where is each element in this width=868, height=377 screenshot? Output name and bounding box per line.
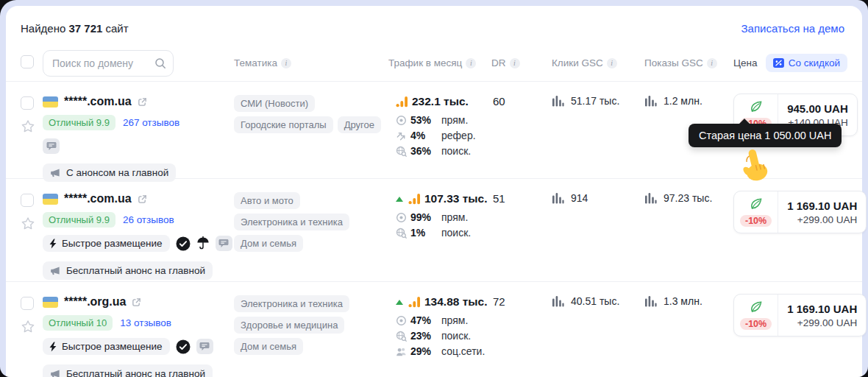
external-link-icon[interactable] — [132, 297, 141, 307]
topics-list: СМИ (Новости)Городские порталыДругое — [234, 82, 385, 133]
dr-value: 60 — [491, 82, 552, 108]
topic-pill: Городские порталы — [234, 116, 333, 133]
discount-badge: -10% — [740, 215, 772, 227]
source-label: прям. — [441, 211, 491, 223]
check-badge-icon — [176, 236, 191, 251]
megaphone-icon — [50, 168, 61, 178]
traffic-source-row: 1%поиск. — [396, 227, 491, 239]
results-card: Найдено 37 721 сайт Записаться на демо Т… — [6, 6, 862, 377]
source-percent: 23% — [410, 330, 441, 342]
source-label: поиск. — [441, 330, 491, 342]
fast-placement-badge: Быстрое размещение — [43, 235, 170, 252]
referral-source-icon — [396, 130, 410, 141]
price-card[interactable]: -10% 1 169.10 UAH +299.00 UAH — [733, 294, 867, 337]
feature-tag: Бесплатный анонс на главной — [43, 261, 213, 280]
page-background: Найдено 37 721 сайт Записаться на демо Т… — [0, 0, 868, 377]
source-percent: 99% — [410, 211, 441, 223]
source-percent: 36% — [410, 145, 441, 157]
domain-link[interactable]: *****.org.ua — [64, 295, 126, 309]
info-icon[interactable]: i — [466, 58, 476, 68]
trend-up-icon — [396, 300, 403, 305]
traffic-cell: 107.33 тыс. 99%прям.1%поиск. — [388, 179, 491, 239]
check-badge-icon — [176, 339, 191, 354]
discount-ticket-icon — [773, 58, 784, 68]
table-row: *****.org.ua Отличный 10 13 отзывов Быст… — [6, 282, 862, 377]
source-label: прям. — [441, 114, 491, 126]
gsc-impressions-cell: 97.23 тыс. — [644, 179, 733, 204]
traffic-source-row: 99%прям. — [396, 211, 491, 223]
select-all-checkbox[interactable] — [21, 55, 34, 68]
chat-badge-icon — [216, 236, 232, 251]
badge-line: Быстрое размещение — [43, 235, 234, 252]
rating-line: Отличный 10 13 отзывов — [43, 315, 234, 331]
domain-link[interactable]: *****.com.ua — [64, 95, 132, 108]
traffic-bars-icon — [396, 96, 408, 108]
topic-pill: Дом и семья — [234, 338, 303, 355]
favorite-star-icon[interactable] — [21, 216, 35, 231]
results-count: Найдено 37 721 сайт — [21, 22, 129, 35]
leaf-icon — [749, 197, 763, 211]
lightning-icon — [49, 342, 57, 352]
table-header: Тематикаi Трафик в месяцi DRi Клики GSCi… — [6, 45, 862, 82]
ukraine-flag-icon — [43, 194, 58, 205]
favorite-star-icon[interactable] — [21, 320, 35, 334]
gsc-clicks-value: 51.17 тыс. — [571, 95, 619, 107]
trend-up-icon — [396, 197, 403, 202]
source-percent: 1% — [410, 227, 441, 239]
fast-placement-badge: Быстрое размещение — [43, 338, 170, 355]
badge-line — [43, 138, 234, 154]
info-icon[interactable]: i — [707, 58, 717, 68]
feature-tag-label: С анонсом на главной — [66, 167, 168, 178]
topic-pill: Дом и семья — [234, 235, 303, 252]
row-checkbox[interactable] — [21, 297, 34, 310]
price-extra: +299.00 UAH — [797, 317, 857, 328]
price-card[interactable]: -10% 1 169.10 UAH +299.00 UAH — [733, 191, 867, 233]
reviews-link[interactable]: 26 отзывов — [123, 214, 174, 225]
topic-pill: Электроника и техника — [234, 214, 349, 230]
gsc-clicks-cell: 914 — [552, 179, 644, 204]
topic-pill: Другое — [338, 116, 381, 133]
dr-value: 72 — [491, 282, 552, 308]
traffic-source-row: 23%поиск. — [396, 330, 491, 342]
megaphone-icon — [50, 369, 61, 377]
external-link-icon[interactable] — [138, 97, 147, 107]
row-checkbox[interactable] — [21, 96, 34, 110]
reviews-link[interactable]: 13 отзывов — [120, 317, 171, 328]
feature-tag: Бесплатный анонс на главной — [43, 364, 213, 377]
traffic-sources: 53%прям.4%рефер.36%поиск. — [396, 114, 491, 157]
source-percent: 53% — [410, 114, 441, 126]
megaphone-icon — [50, 266, 61, 276]
discount-toggle[interactable]: Со скидкой — [766, 54, 847, 72]
favorite-star-icon[interactable] — [21, 119, 35, 134]
source-label: поиск. — [441, 227, 491, 239]
topbar: Найдено 37 721 сайт Записаться на демо — [6, 6, 862, 45]
direct-source-icon — [396, 115, 410, 126]
search-source-icon — [396, 228, 410, 239]
price-current: 1 169.10 UAH — [787, 200, 857, 212]
info-icon[interactable]: i — [281, 58, 291, 68]
topic-pill: Электроника и техника — [234, 295, 349, 312]
table-row: *****.com.ua Отличный 9.9 26 отзывов Быс… — [6, 179, 862, 282]
topics-list: Авто и мотоЭлектроника и техникаДом и се… — [234, 179, 385, 252]
traffic-cell: 232.1 тыс. 53%прям.4%рефер.36%поиск. — [388, 82, 491, 157]
bar-chart-icon — [552, 192, 564, 204]
column-header-impressions: Показы GSCi — [644, 57, 733, 68]
traffic-bars-icon — [408, 193, 421, 205]
reviews-link[interactable]: 267 отзывов — [123, 117, 179, 128]
traffic-source-row: 53%прям. — [396, 114, 491, 126]
traffic-source-row: 29%соц.сети. — [396, 345, 491, 357]
row-checkbox[interactable] — [21, 194, 34, 207]
info-icon[interactable]: i — [510, 58, 520, 68]
traffic-value: 134.88 тыс. — [424, 295, 487, 309]
domain-link[interactable]: *****.com.ua — [64, 192, 132, 205]
info-icon[interactable]: i — [607, 58, 617, 68]
gsc-clicks-value: 914 — [571, 192, 588, 204]
demo-signup-link[interactable]: Записаться на демо — [741, 22, 844, 35]
topics-list: Электроника и техникаЗдоровье и медицина… — [234, 282, 385, 355]
external-link-icon[interactable] — [138, 194, 147, 204]
direct-source-icon — [396, 212, 410, 223]
source-label: рефер. — [441, 130, 491, 141]
domain-line: *****.com.ua — [43, 95, 234, 108]
price-extra: +299.00 UAH — [797, 214, 857, 225]
source-percent: 47% — [410, 314, 441, 326]
